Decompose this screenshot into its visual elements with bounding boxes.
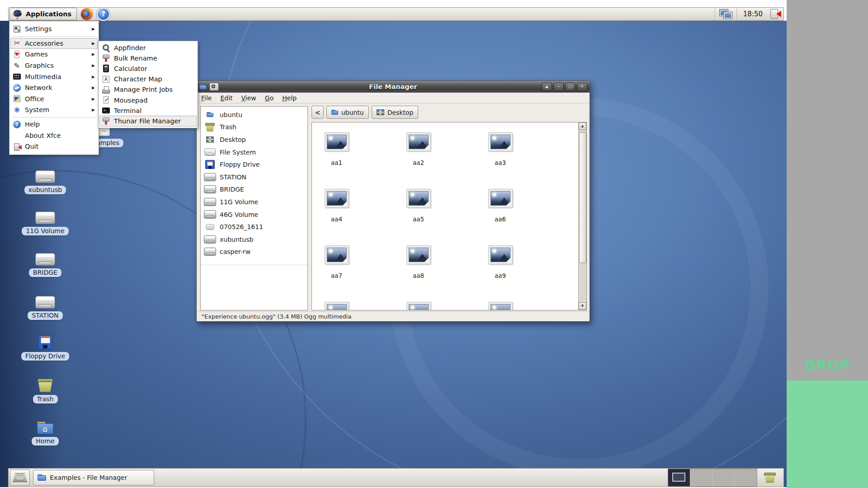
folder-icon <box>199 84 207 89</box>
menubar-item[interactable]: Help <box>282 94 297 102</box>
sidebar-item-icon <box>204 172 216 182</box>
desktop-icon[interactable]: Trash <box>14 375 77 404</box>
submenu-item[interactable]: Thunar File Manager <box>99 116 197 126</box>
file-item[interactable]: aa4 <box>312 189 394 245</box>
menu-item[interactable]: Settings ▶ <box>10 23 98 35</box>
menu-item[interactable]: Accessories ▶ <box>10 38 98 49</box>
file-item[interactable]: aa8 <box>394 245 476 302</box>
image-file-icon <box>488 189 513 208</box>
file-item[interactable] <box>476 302 558 310</box>
logout-icon[interactable] <box>770 9 781 19</box>
menu-item[interactable]: Multimedia ▶ <box>10 71 98 82</box>
file-item[interactable] <box>394 302 476 310</box>
desktop-icon[interactable]: BRIDGE <box>14 249 77 277</box>
menu-item[interactable]: Quit <box>10 141 98 152</box>
menubar-item[interactable]: Edit <box>220 94 232 102</box>
sidebar-item[interactable]: 46G Volume <box>201 208 307 221</box>
menu-item[interactable]: System ▶ <box>10 104 98 116</box>
thumbnail-sun <box>411 306 414 309</box>
menu-item[interactable]: Graphics ▶ <box>10 60 98 71</box>
menu-item[interactable]: Network ▶ <box>10 82 98 94</box>
menubar-item[interactable]: View <box>241 94 256 102</box>
submenu-item[interactable]: Manage Print Jobs <box>99 84 197 95</box>
sidebar-item[interactable]: Floppy Drive <box>201 158 307 171</box>
file-item[interactable] <box>312 302 394 310</box>
scroll-up-arrow-icon[interactable]: ▲ <box>579 122 586 130</box>
desktop-icon[interactable]: 11G Volume <box>14 207 77 235</box>
sidebar-item[interactable]: 11G Volume <box>201 196 307 208</box>
file-item[interactable]: aa7 <box>312 245 394 302</box>
sidebar-item[interactable]: ubuntu <box>201 108 307 121</box>
desktop-icon-label: STATION <box>28 311 62 320</box>
drive-icon <box>37 422 53 434</box>
submenu-item[interactable]: Calculator <box>99 63 197 74</box>
desktop-icon-label: BRIDGE <box>29 268 61 277</box>
menu-item[interactable]: Games ▶ <box>10 49 98 60</box>
sidebar-item-label: 070526_1611 <box>220 223 263 230</box>
menu-item-icon <box>13 142 21 151</box>
desktop-icon[interactable]: xubuntusb <box>14 166 77 194</box>
desktop-icon[interactable]: STATION <box>14 291 77 320</box>
menu-item-icon <box>13 39 21 47</box>
file-view: aa1 aa2 <box>311 122 587 310</box>
sidebar-item[interactable]: xubuntusb <box>201 233 307 246</box>
thumbnail-sun <box>411 249 414 253</box>
menubar-item[interactable]: File <box>201 94 212 102</box>
workspace-2[interactable] <box>690 469 712 486</box>
menubar-item[interactable]: Go <box>265 94 274 102</box>
menu-item[interactable]: Office ▶ <box>10 94 98 105</box>
workspace-4[interactable] <box>735 469 757 486</box>
back-button[interactable]: < <box>311 106 324 119</box>
desktop-icon[interactable]: Floppy Drive <box>14 332 77 361</box>
sidebar-item[interactable]: Trash <box>201 121 307 134</box>
menu-item-icon <box>13 50 21 59</box>
path-button-desktop[interactable]: Desktop <box>372 106 419 119</box>
sidebar-item[interactable]: casper-rw <box>201 246 307 258</box>
scrollbar-thumb[interactable] <box>579 132 586 263</box>
task-button[interactable]: Examples - File Manager <box>33 470 154 485</box>
file-item[interactable]: aa2 <box>394 132 476 189</box>
shade-button[interactable]: ▲ <box>542 83 552 91</box>
submenu-item[interactable]: Terminal <box>99 105 197 116</box>
menu-group-settings: Settings ▶ <box>10 23 98 35</box>
sidebar-item[interactable]: BRIDGE <box>201 183 307 196</box>
workspace-1[interactable] <box>668 469 690 486</box>
image-file-icon <box>488 132 513 151</box>
path-button-ubuntu[interactable]: ubuntu <box>326 106 369 119</box>
file-item[interactable]: aa9 <box>476 245 558 302</box>
titlebar[interactable]: File Manager ▲ − □ ✕ <box>197 81 590 93</box>
close-button[interactable]: ✕ <box>577 83 587 91</box>
show-desktop-button[interactable] <box>10 469 30 486</box>
drop-zone[interactable] <box>787 380 868 488</box>
submenu-item[interactable]: Appfinder <box>99 42 197 53</box>
help-icon[interactable] <box>97 8 110 21</box>
drive-icon <box>35 296 55 309</box>
desktop-icon[interactable]: Home <box>14 417 77 446</box>
menu-separator <box>12 36 96 37</box>
submenu-item[interactable]: Bulk Rename <box>99 53 197 63</box>
scroll-down-arrow-icon[interactable]: ▼ <box>579 302 586 310</box>
sidebar-item[interactable]: 070526_1611 <box>201 221 307 233</box>
sidebar-item[interactable]: Desktop <box>201 133 307 146</box>
network-icon[interactable] <box>720 9 732 19</box>
minimize-button[interactable]: − <box>553 83 564 91</box>
submenu-item[interactable]: Character Map <box>99 74 197 84</box>
sidebar-item[interactable]: STATION <box>201 171 307 183</box>
menu-item-icon <box>13 120 21 129</box>
submenu-item[interactable]: Mousepad <box>99 95 197 105</box>
workspace-3[interactable] <box>712 469 735 486</box>
firefox-icon[interactable] <box>81 8 93 20</box>
maximize-button[interactable]: □ <box>565 83 576 91</box>
file-item[interactable]: aa1 <box>312 132 394 189</box>
trash-applet[interactable] <box>762 469 778 486</box>
file-item[interactable]: aa6 <box>476 189 558 245</box>
sidebar-item[interactable]: File System <box>201 146 307 159</box>
applications-menu-button[interactable]: Applications <box>9 8 77 20</box>
file-item[interactable]: aa3 <box>476 132 558 189</box>
menu-item[interactable]: Help <box>10 119 98 130</box>
vertical-scrollbar[interactable]: ▲ ▼ <box>578 122 586 310</box>
file-manager-window: File Manager ▲ − □ ✕ FileEditViewGoHelp <box>196 80 590 322</box>
file-item[interactable]: aa5 <box>394 189 476 245</box>
window-menu-button[interactable] <box>209 83 219 91</box>
menu-item[interactable]: About Xfce <box>10 130 98 141</box>
